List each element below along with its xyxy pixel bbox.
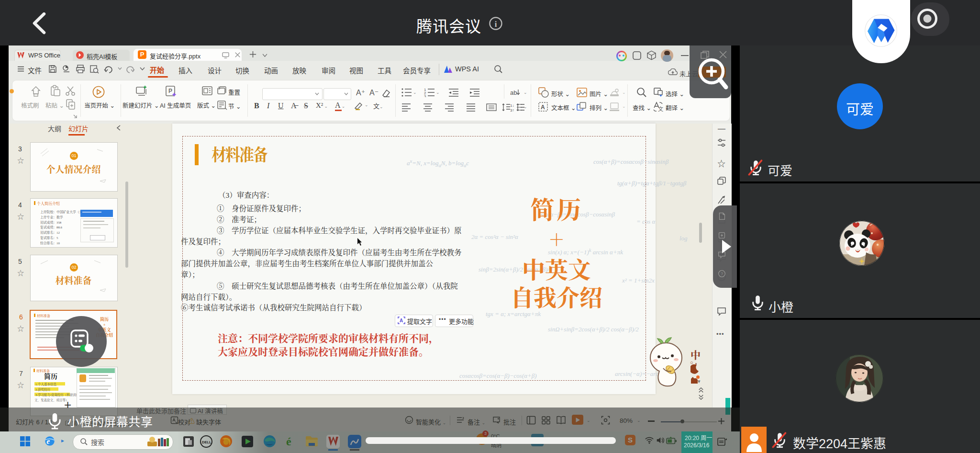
svg-text:A: A xyxy=(400,318,403,323)
svg-text:P: P xyxy=(168,88,172,94)
svg-text:ab: ab xyxy=(510,89,517,96)
svg-text:3: 3 xyxy=(424,94,426,97)
svg-text:3↑: 3↑ xyxy=(510,108,514,112)
svg-text:i: i xyxy=(495,20,497,29)
svg-text:A: A xyxy=(541,104,545,111)
svg-text:?: ? xyxy=(721,272,723,276)
svg-text:1↓: 1↓ xyxy=(510,103,514,108)
svg-text:文: 文 xyxy=(658,106,663,112)
